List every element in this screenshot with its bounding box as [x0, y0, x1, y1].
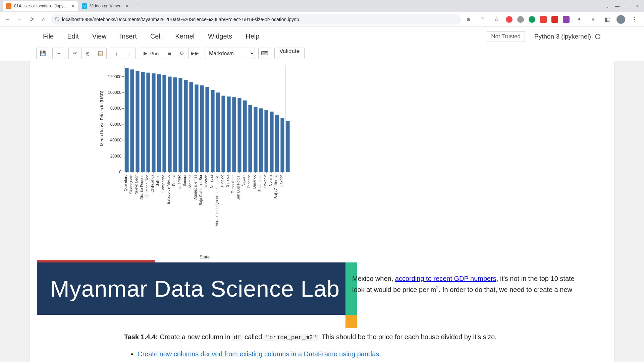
zoom-icon[interactable]: ⊕ — [464, 15, 473, 24]
site-info-icon[interactable]: ⓘ — [55, 16, 59, 22]
menu-cell[interactable]: Cell — [144, 30, 168, 43]
menu-edit[interactable]: Edit — [60, 30, 85, 43]
svg-rect-45 — [270, 112, 273, 172]
extension-icon[interactable] — [551, 16, 558, 23]
back-button[interactable]: ← — [3, 15, 12, 24]
interrupt-button[interactable]: ■ — [163, 48, 176, 59]
move-up-button[interactable]: ↑ — [110, 48, 123, 59]
menu-view[interactable]: View — [86, 30, 113, 43]
svg-text:Querétaro: Querétaro — [123, 175, 127, 191]
validate-button[interactable]: Validate — [274, 48, 305, 59]
kernel-status-icon[interactable] — [595, 34, 600, 39]
menu-widgets[interactable]: Widgets — [201, 30, 239, 43]
menu-file[interactable]: File — [36, 30, 60, 43]
svg-rect-22 — [146, 73, 150, 172]
copy-button[interactable]: ⎘ — [81, 48, 94, 59]
tab-title: 014-size-or-location - Jupyter N — [14, 4, 68, 8]
svg-text:Aguascalientes: Aguascalientes — [193, 175, 197, 200]
tab-title: Videos on Vimeo — [90, 4, 121, 8]
save-button[interactable]: 💾 — [36, 48, 49, 59]
svg-text:60000: 60000 — [110, 122, 122, 127]
svg-text:Baja California: Baja California — [274, 174, 278, 198]
overlay-banner: Myanmar Data Science Lab — [37, 262, 357, 315]
move-down-button[interactable]: ↓ — [123, 48, 136, 59]
menu-insert[interactable]: Insert — [113, 30, 144, 43]
menu-kernel[interactable]: Kernel — [168, 30, 201, 43]
restart-run-all-button[interactable]: ▶▶ — [189, 48, 201, 59]
svg-text:Puebla: Puebla — [172, 174, 176, 186]
new-tab-button[interactable]: + — [132, 1, 142, 11]
svg-text:San Luis Potosí: San Luis Potosí — [236, 175, 240, 200]
extension-icon[interactable] — [506, 16, 513, 23]
extension-icon[interactable] — [529, 16, 535, 23]
svg-text:Yucatán: Yucatán — [204, 175, 208, 188]
extension-icon[interactable] — [540, 16, 547, 23]
svg-rect-29 — [184, 80, 187, 172]
paste-button[interactable]: 📋 — [94, 48, 107, 59]
banner-accent-red — [37, 260, 155, 262]
extension-icon[interactable] — [563, 16, 570, 23]
home-button[interactable]: ⌂ — [39, 15, 48, 24]
svg-text:Mean House Prices in [USD]: Mean House Prices in [USD] — [99, 90, 104, 146]
browser-tab-jupyter[interactable]: J 014-size-or-location - Jupyter N × — [3, 1, 78, 11]
svg-rect-37 — [227, 97, 230, 172]
chart-output: 020000400006000080000100000120000Mean Ho… — [37, 61, 607, 269]
svg-rect-46 — [275, 115, 279, 172]
reload-button[interactable]: ⟳ — [27, 15, 36, 24]
close-icon[interactable]: × — [125, 3, 128, 9]
minimize-icon[interactable]: — — [615, 4, 620, 9]
maximize-icon[interactable]: ▢ — [626, 4, 630, 9]
share-icon[interactable]: ⇧ — [478, 15, 487, 24]
bookmark-icon[interactable]: ☆ — [492, 15, 501, 24]
restart-button[interactable]: ⟳ — [176, 48, 189, 59]
close-icon[interactable]: ✕ — [636, 4, 639, 9]
svg-text:Tabasco: Tabasco — [247, 175, 251, 188]
insert-cell-button[interactable]: ＋ — [52, 48, 65, 59]
run-button[interactable]: ▶ Run — [139, 48, 163, 59]
profile-avatar[interactable] — [616, 15, 625, 24]
resource-link[interactable]: Create new columns derived from existing… — [138, 350, 381, 358]
browser-tab-vimeo[interactable]: V Videos on Vimeo × — [78, 1, 131, 11]
svg-text:Distrito Federal: Distrito Federal — [140, 175, 144, 200]
svg-rect-33 — [205, 87, 209, 172]
cut-button[interactable]: ✂ — [68, 48, 81, 59]
svg-text:Oaxaca: Oaxaca — [279, 174, 283, 187]
svg-rect-38 — [232, 97, 236, 172]
svg-text:120000: 120000 — [108, 74, 121, 79]
svg-rect-28 — [178, 78, 182, 172]
svg-rect-43 — [259, 108, 263, 172]
extensions-icon[interactable]: ✦ — [574, 15, 584, 24]
trust-button[interactable]: Not Trusted — [487, 31, 525, 42]
chevron-down-icon[interactable]: ⌄ — [605, 4, 609, 9]
close-icon[interactable]: × — [72, 3, 74, 9]
forward-button[interactable]: → — [15, 15, 24, 24]
svg-text:Nayarit: Nayarit — [241, 175, 246, 186]
menu-help[interactable]: Help — [239, 30, 266, 43]
svg-text:40000: 40000 — [110, 138, 122, 142]
svg-rect-47 — [280, 118, 284, 172]
svg-text:Morelos: Morelos — [188, 175, 192, 188]
svg-rect-26 — [168, 77, 171, 172]
svg-rect-23 — [152, 73, 155, 172]
cell-type-select[interactable]: Markdown — [205, 48, 255, 59]
svg-text:Guerrero: Guerrero — [177, 175, 181, 189]
menu-icon[interactable]: ⋮ — [630, 15, 639, 24]
svg-text:Colima: Colima — [268, 174, 272, 186]
reading-list-icon[interactable]: ≡ — [588, 15, 598, 24]
resource-link-item: Create new columns derived from existing… — [138, 349, 503, 359]
extension-icon[interactable] — [517, 16, 524, 23]
gdp-link[interactable]: according to recent GDP numbers — [395, 275, 496, 282]
kernel-name[interactable]: Python 3 (ipykernel) — [534, 33, 591, 40]
svg-text:80000: 80000 — [110, 106, 122, 111]
svg-rect-35 — [216, 93, 220, 172]
svg-rect-41 — [248, 105, 252, 172]
svg-text:Sinaloa: Sinaloa — [225, 174, 229, 187]
svg-text:Nuevo León: Nuevo León — [134, 175, 138, 194]
svg-text:Chiapas: Chiapas — [209, 175, 213, 188]
svg-text:Campeche: Campeche — [161, 175, 165, 192]
url-field[interactable]: ⓘ localhost:8888/notebooks/Documents/Mya… — [51, 14, 461, 24]
svg-rect-27 — [173, 77, 177, 172]
side-panel-icon[interactable]: ◧ — [602, 15, 612, 24]
command-palette-button[interactable]: ⌨ — [258, 48, 271, 59]
svg-text:Jalisco: Jalisco — [156, 175, 160, 186]
